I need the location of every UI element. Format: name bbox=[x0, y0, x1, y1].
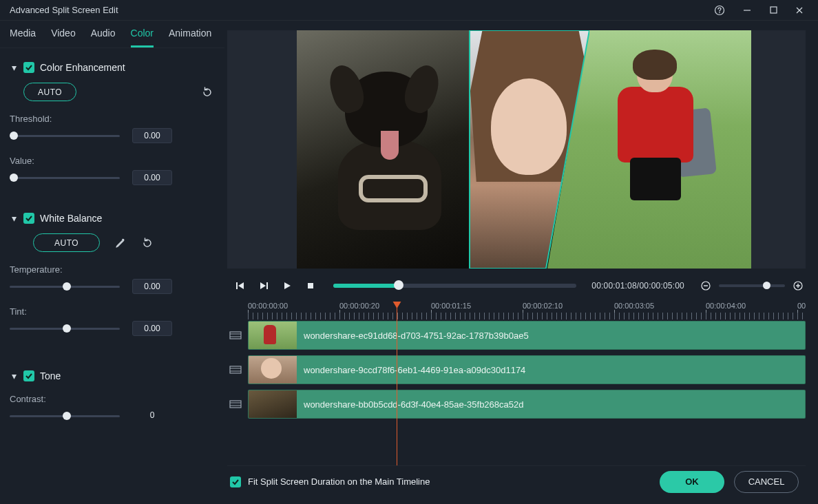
reset-icon[interactable] bbox=[200, 85, 215, 100]
eyedropper-icon[interactable] bbox=[112, 235, 127, 251]
clip-thumbnail bbox=[249, 321, 297, 350]
ruler-label: 00:00:04:00 bbox=[706, 302, 746, 310]
track-icon[interactable] bbox=[227, 359, 244, 381]
window-title: Advanced Split Screen Edit bbox=[10, 5, 709, 15]
section-color-enhancement: ▾ Color Enhancement AUTO Threshold: 0.00 bbox=[10, 62, 215, 185]
zoom-out-button[interactable] bbox=[698, 278, 713, 293]
track-row: wondershare-bb0b5cdd-6d3f-40e4-85ae-35fb… bbox=[227, 390, 806, 419]
track-icon[interactable] bbox=[227, 324, 244, 346]
ruler-label: 00:00:02:10 bbox=[523, 302, 563, 310]
reset-icon[interactable] bbox=[140, 235, 155, 251]
threshold-label: Threshold: bbox=[10, 114, 215, 124]
clip-thumbnail bbox=[249, 355, 297, 384]
section-title: White Balance bbox=[40, 213, 102, 224]
svg-rect-21 bbox=[230, 366, 241, 373]
svg-point-1 bbox=[719, 12, 720, 13]
tab-animation[interactable]: Animation bbox=[169, 28, 211, 48]
tint-label: Tint: bbox=[10, 306, 215, 317]
clip-name: wondershare-bb0b5cdd-6d3f-40e4-85ae-35fb… bbox=[304, 399, 523, 410]
footer: Fit Split Screen Duration on the Main Ti… bbox=[227, 465, 806, 497]
svg-marker-9 bbox=[260, 282, 266, 289]
clip-thumbnail bbox=[249, 390, 297, 419]
clip[interactable]: wondershare-ec91dd68-d703-4751-92ac-1787… bbox=[248, 321, 806, 350]
checkbox-tone[interactable] bbox=[23, 370, 34, 381]
chevron-down-icon[interactable]: ▾ bbox=[10, 62, 18, 73]
zoom-in-button[interactable] bbox=[790, 278, 806, 293]
playback-bar: 00:00:01:08/00:00:05:00 bbox=[227, 275, 806, 296]
tab-audio[interactable]: Audio bbox=[91, 28, 116, 48]
playhead[interactable] bbox=[397, 302, 397, 465]
maximize-button[interactable] bbox=[760, 0, 786, 21]
timeline[interactable]: 00:00:00:00 00:00:00:20 00:00:01:15 00:0… bbox=[227, 302, 806, 465]
play-button[interactable] bbox=[280, 278, 295, 293]
help-button[interactable] bbox=[709, 0, 730, 21]
threshold-slider[interactable] bbox=[10, 129, 120, 143]
contrast-value[interactable]: 0 bbox=[132, 408, 172, 423]
tint-slider[interactable] bbox=[10, 322, 120, 335]
section-white-balance: ▾ White Balance AUTO Temperature: 0.00 bbox=[10, 213, 215, 336]
value-value[interactable]: 0.00 bbox=[132, 170, 172, 185]
threshold-value[interactable]: 0.00 bbox=[132, 128, 172, 143]
clip[interactable]: wondershare-9ccd78f6-6eb1-4469-91ea-a09d… bbox=[248, 355, 806, 384]
close-button[interactable] bbox=[786, 0, 812, 21]
tint-value[interactable]: 0.00 bbox=[132, 321, 172, 336]
svg-rect-7 bbox=[236, 282, 238, 289]
time-display: 00:00:01:08/00:00:05:00 bbox=[591, 281, 684, 291]
timeline-ruler[interactable]: 00:00:00:00 00:00:00:20 00:00:01:15 00:0… bbox=[227, 302, 806, 321]
section-title: Tone bbox=[40, 370, 61, 381]
checkbox-fit-duration[interactable] bbox=[230, 476, 241, 487]
zoom-slider[interactable] bbox=[719, 284, 785, 287]
value-label: Value: bbox=[10, 156, 215, 166]
preview-canvas[interactable] bbox=[227, 30, 806, 269]
checkbox-white-balance[interactable] bbox=[23, 213, 34, 224]
tab-color[interactable]: Color bbox=[131, 28, 154, 48]
ruler-label: 00:00:03:05 bbox=[614, 302, 654, 310]
ruler-label: 00:00:00:20 bbox=[339, 302, 379, 310]
svg-rect-10 bbox=[266, 282, 268, 289]
svg-rect-3 bbox=[770, 7, 777, 13]
titlebar: Advanced Split Screen Edit bbox=[0, 0, 818, 21]
minimize-button[interactable] bbox=[734, 0, 760, 21]
fit-duration-label: Fit Split Screen Duration on the Main Ti… bbox=[248, 476, 430, 487]
track-row: wondershare-9ccd78f6-6eb1-4469-91ea-a09d… bbox=[227, 355, 806, 384]
chevron-down-icon[interactable]: ▾ bbox=[10, 213, 18, 224]
temperature-slider[interactable] bbox=[10, 280, 120, 293]
temperature-label: Temperature: bbox=[10, 264, 215, 275]
tablist: Media Video Audio Color Animation bbox=[0, 21, 224, 48]
track-icon[interactable] bbox=[227, 393, 244, 415]
svg-rect-18 bbox=[230, 332, 241, 339]
section-tone: ▾ Tone Contrast: 0 bbox=[10, 370, 215, 423]
clip[interactable]: wondershare-bb0b5cdd-6d3f-40e4-85ae-35fb… bbox=[248, 390, 806, 419]
chevron-down-icon[interactable]: ▾ bbox=[10, 370, 18, 381]
ruler-label: 00:00:01:15 bbox=[431, 302, 471, 310]
sidebar: Media Video Audio Color Animation ▾ Colo… bbox=[0, 21, 224, 504]
cancel-button[interactable]: CANCEL bbox=[734, 471, 799, 493]
svg-marker-11 bbox=[284, 282, 291, 289]
checkbox-color-enhancement[interactable] bbox=[23, 62, 34, 73]
next-frame-button[interactable] bbox=[256, 278, 271, 293]
tab-video[interactable]: Video bbox=[51, 28, 76, 48]
svg-rect-24 bbox=[230, 401, 241, 408]
clip-name: wondershare-9ccd78f6-6eb1-4469-91ea-a09d… bbox=[304, 365, 525, 375]
temperature-value[interactable]: 0.00 bbox=[132, 279, 172, 294]
tab-media[interactable]: Media bbox=[10, 28, 36, 48]
stop-button[interactable] bbox=[303, 278, 318, 293]
split-panel-1[interactable] bbox=[297, 30, 469, 269]
svg-rect-12 bbox=[308, 283, 313, 288]
auto-button[interactable]: AUTO bbox=[23, 83, 76, 101]
contrast-label: Contrast: bbox=[10, 394, 215, 404]
contrast-slider[interactable] bbox=[10, 409, 120, 423]
prev-frame-button[interactable] bbox=[233, 278, 248, 293]
svg-marker-8 bbox=[238, 282, 244, 289]
ruler-label: 00:00:00:00 bbox=[248, 302, 288, 310]
value-slider[interactable] bbox=[10, 171, 120, 185]
ruler-label: 00:00:0 bbox=[797, 302, 806, 310]
ok-button[interactable]: OK bbox=[660, 471, 724, 493]
track-row: wondershare-ec91dd68-d703-4751-92ac-1787… bbox=[227, 321, 806, 350]
section-title: Color Enhancement bbox=[40, 62, 125, 73]
playback-slider[interactable] bbox=[333, 284, 576, 288]
clip-name: wondershare-ec91dd68-d703-4751-92ac-1787… bbox=[304, 330, 529, 341]
auto-button[interactable]: AUTO bbox=[33, 233, 100, 252]
